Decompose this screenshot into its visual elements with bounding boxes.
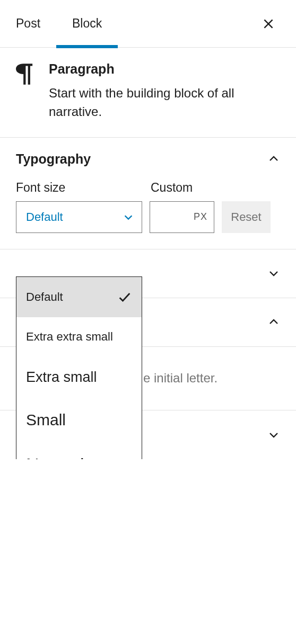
paragraph-icon <box>16 61 37 121</box>
reset-label: Reset <box>231 210 261 224</box>
font-size-option-xxs[interactable]: Extra extra small <box>16 317 142 356</box>
option-label: Small <box>26 411 66 429</box>
option-label: Extra small <box>26 369 97 386</box>
font-size-dropdown: Default Extra extra small Extra small Sm… <box>16 276 142 459</box>
chevron-down-icon <box>267 428 280 441</box>
close-icon <box>262 17 275 31</box>
block-title: Paragraph <box>49 61 280 77</box>
check-icon <box>117 290 132 305</box>
typography-section: Typography Font size Custom Default PX <box>0 138 296 249</box>
tab-post-label: Post <box>16 16 40 31</box>
block-header: Paragraph Start with the building block … <box>0 48 296 138</box>
settings-tabs: Post Block <box>0 0 296 48</box>
reset-button[interactable]: Reset <box>222 201 271 233</box>
typography-header[interactable]: Typography <box>0 138 296 181</box>
chevron-down-icon <box>123 211 134 223</box>
tab-block-label: Block <box>72 16 102 31</box>
typography-title: Typography <box>16 151 91 167</box>
font-size-label: Font size <box>16 181 142 195</box>
chevron-up-icon <box>267 316 280 328</box>
option-label: Normal <box>26 454 84 459</box>
font-size-option-default[interactable]: Default <box>16 277 142 317</box>
chevron-up-icon <box>267 153 280 165</box>
chevron-down-icon <box>267 267 280 280</box>
custom-label: Custom <box>151 181 215 195</box>
custom-size-unit: PX <box>194 211 207 222</box>
tab-block[interactable]: Block <box>56 0 118 48</box>
font-size-option-sm[interactable]: Small <box>16 398 142 442</box>
font-size-option-nm[interactable]: Normal <box>16 442 142 459</box>
block-description: Start with the building block of all nar… <box>49 84 280 121</box>
font-size-selected: Default <box>26 210 63 224</box>
option-label: Extra extra small <box>26 330 113 344</box>
font-size-option-xs[interactable]: Extra small <box>16 356 142 398</box>
font-size-select[interactable]: Default <box>16 201 142 233</box>
close-panel-button[interactable] <box>258 13 279 34</box>
custom-size-input[interactable]: PX <box>150 201 214 233</box>
option-label: Default <box>26 290 63 304</box>
tab-post[interactable]: Post <box>0 0 56 48</box>
